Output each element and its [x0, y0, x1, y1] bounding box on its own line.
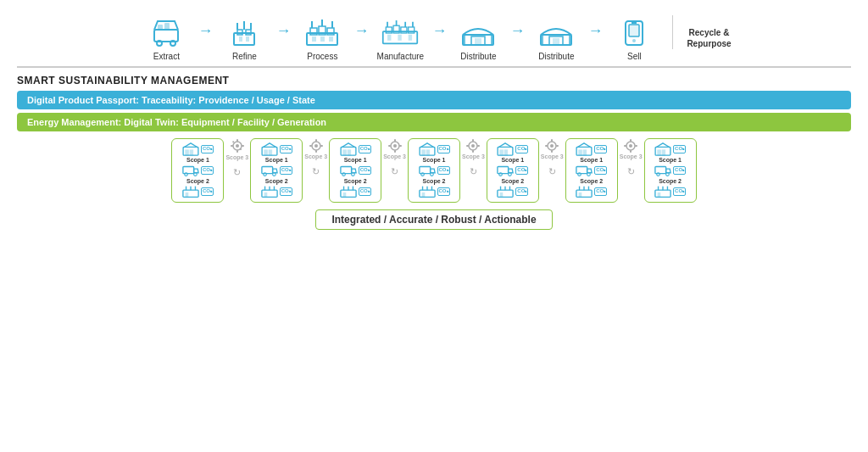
bar-energy-management: Energy Management: Digital Twin: Equipme… — [17, 113, 851, 131]
sell-label: Sell — [627, 52, 642, 61]
svg-rect-152 — [624, 145, 626, 147]
svg-rect-71 — [269, 150, 272, 155]
bar-digital-passport: Digital Product Passport: Traceability: … — [17, 91, 851, 109]
svg-rect-133 — [551, 139, 553, 142]
chain-item-process: Process — [292, 16, 352, 61]
svg-rect-138 — [579, 150, 582, 155]
svg-rect-89 — [341, 166, 352, 173]
scope-gear-2: Scope 3 ↻ — [304, 138, 327, 177]
sl3: Scope 3 — [304, 153, 327, 159]
scope-row: CO₂ Scope 1 CO₂ Scope 2 — [17, 138, 851, 203]
scope2-item: CO₂ — [182, 164, 214, 177]
svg-rect-101 — [388, 145, 391, 147]
svg-rect-60 — [186, 193, 189, 197]
refine-label: Refine — [232, 52, 257, 61]
extract-label: Extract — [153, 52, 180, 61]
svg-point-1 — [157, 41, 162, 46]
scope-group-7: CO₂ Scope 1 CO₂ Scope 2 CO₂ — [644, 138, 697, 203]
chain-item-extract: Extract — [136, 16, 196, 61]
bottom-badge: Integrated / Accurate / Robust / Actiona… — [315, 209, 552, 230]
scope1-label: Scope 1 — [186, 157, 209, 163]
chain-item-manufacture: Manufacture — [370, 16, 430, 61]
arrow-6: → — [587, 22, 603, 40]
svg-rect-134 — [551, 150, 553, 153]
svg-rect-143 — [576, 190, 592, 197]
scope1-item-2: CO₂ — [261, 142, 292, 156]
scope-group-1: CO₂ Scope 1 CO₂ Scope 2 — [171, 138, 248, 203]
scope-card-1: CO₂ Scope 1 CO₂ Scope 2 — [171, 138, 224, 203]
svg-rect-0 — [154, 30, 178, 42]
svg-rect-33 — [398, 34, 402, 40]
arrow-3: → — [353, 22, 369, 40]
scope-group-5: CO₂ Scope 1 CO₂ Scope 2 CO₂ Scope 3 ↻ — [487, 138, 564, 203]
sl2: Scope 2 — [265, 178, 288, 184]
svg-rect-104 — [421, 150, 425, 155]
svg-rect-4 — [164, 23, 170, 30]
arrow-2: → — [275, 22, 291, 40]
svg-rect-100 — [394, 150, 396, 153]
svg-rect-157 — [655, 166, 666, 173]
svg-rect-123 — [498, 166, 509, 173]
svg-rect-156 — [662, 150, 665, 155]
svg-rect-64 — [236, 150, 238, 153]
svg-point-149 — [629, 144, 632, 148]
svg-rect-20 — [312, 36, 316, 42]
svg-rect-135 — [545, 145, 548, 147]
chain-item-distribute1: Distribute — [448, 16, 508, 61]
sell-icon — [615, 16, 653, 50]
svg-rect-117 — [472, 150, 474, 153]
chain-item-distribute2: Distribute — [526, 16, 586, 61]
svg-rect-106 — [419, 166, 430, 173]
bottom-label-container: Integrated / Accurate / Robust / Actiona… — [17, 209, 851, 230]
main-container: Extract → Refine → — [0, 0, 868, 452]
svg-rect-85 — [320, 145, 323, 147]
svg-rect-153 — [635, 145, 637, 147]
svg-point-2 — [170, 41, 175, 46]
co2-badge-3: CO₂ — [201, 187, 214, 195]
arrow-5: → — [509, 22, 525, 40]
scope-group-3: CO₂ Scope 1 CO₂ Scope 2 CO₂ Scope 3 ↻ — [329, 138, 406, 203]
svg-rect-164 — [658, 193, 661, 197]
svg-rect-160 — [655, 190, 670, 197]
svg-rect-96 — [342, 193, 346, 197]
svg-rect-150 — [630, 139, 632, 142]
svg-rect-122 — [504, 150, 508, 155]
manufacture-label: Manufacture — [377, 52, 425, 61]
svg-rect-70 — [264, 150, 268, 155]
svg-rect-42 — [553, 38, 559, 45]
svg-rect-87 — [342, 150, 346, 155]
svg-rect-21 — [320, 36, 325, 42]
svg-rect-92 — [341, 190, 356, 197]
recycle-label: Recycle &Repurpose — [687, 27, 731, 49]
arrow-1: → — [198, 22, 213, 40]
svg-point-115 — [471, 144, 475, 148]
smart-title: SMART SUSTAINABILITY MANAGEMENT — [17, 75, 851, 86]
scope-group-4: CO₂ Scope 1 CO₂ Scope 2 CO₂ Scope 3 ↻ — [408, 138, 485, 203]
svg-rect-82 — [315, 139, 317, 142]
scope-card-2: CO₂ Scope 1 CO₂ Scope 2 CO₂ — [250, 138, 303, 203]
svg-point-48 — [632, 39, 636, 42]
svg-rect-52 — [190, 150, 193, 155]
distribute2-icon — [537, 16, 575, 50]
sl1: Scope 1 — [265, 157, 288, 163]
scope-arrow: ↻ — [233, 167, 241, 178]
svg-rect-32 — [387, 34, 391, 40]
svg-rect-34 — [409, 34, 412, 40]
scope-group-2: CO₂ Scope 1 CO₂ Scope 2 CO₂ Scope 3 ↻ — [250, 138, 327, 203]
vertical-divider — [672, 15, 673, 49]
extract-icon — [147, 16, 185, 50]
svg-rect-63 — [236, 139, 238, 142]
svg-rect-22 — [329, 36, 333, 42]
svg-point-132 — [550, 144, 554, 148]
scope-group-6: CO₂ Scope 1 CO₂ Scope 2 CO₂ Scope 3 ↻ — [565, 138, 643, 203]
arrow-4: → — [431, 22, 447, 40]
svg-rect-11 — [239, 36, 242, 42]
svg-rect-121 — [500, 150, 504, 155]
svg-rect-118 — [466, 145, 469, 147]
scope-card-3: CO₂ Scope 1 CO₂ Scope 2 CO₂ — [329, 138, 381, 203]
svg-rect-136 — [556, 145, 559, 147]
chain-item-refine: Refine — [214, 16, 274, 61]
svg-rect-147 — [579, 193, 582, 197]
co2-badge-2: CO₂ — [201, 166, 214, 174]
svg-rect-126 — [498, 190, 513, 197]
